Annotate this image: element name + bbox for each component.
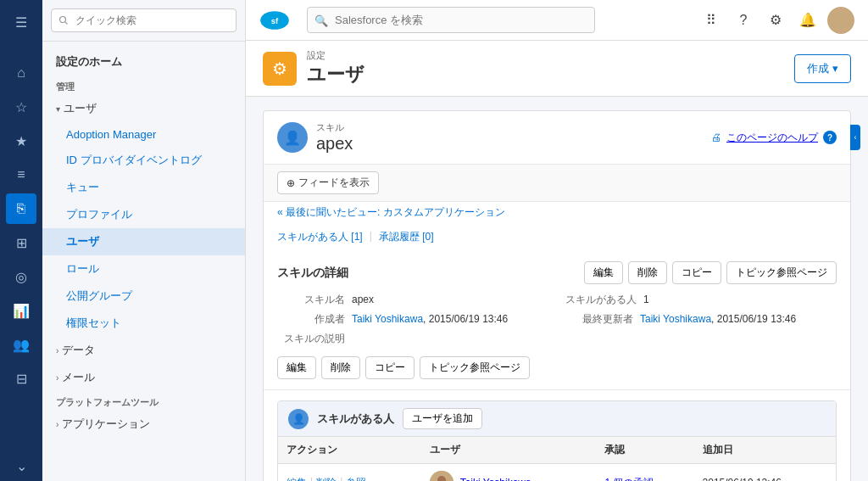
table-section-title: スキルがある人 [317, 411, 394, 427]
create-dropdown-icon: ▾ [832, 62, 838, 75]
user-group-arrow: ▾ [56, 104, 60, 114]
sidebar-item-profile[interactable]: プロファイル [42, 201, 245, 228]
skill-header: 👤 スキル apex 🖨 このページのヘルプ ? ‹ [264, 111, 850, 165]
detail-section-title: スキルの詳細 編集 削除 コピー トピック参照ページ [277, 261, 837, 284]
edit-button[interactable]: 編集 [584, 261, 623, 284]
skill-links-row: スキルがある人 [1] | 承認履歴 [0] [264, 227, 850, 251]
delete-action-link[interactable]: 削除 [316, 476, 337, 482]
approval-count-link[interactable]: 1 個の承認 [604, 477, 654, 482]
table-header-row: アクション ユーザ 承認 追加日 [278, 437, 836, 464]
apps-icon[interactable]: ⠿ [698, 8, 724, 33]
last-modified-link[interactable]: Taiki Yoshikawa [640, 313, 711, 325]
sidebar-group-mail[interactable]: › メール [42, 364, 245, 391]
skill-icon: 👤 [277, 122, 308, 153]
create-button[interactable]: 作成 ▾ [794, 54, 851, 83]
sidebar-item-role[interactable]: ロール [42, 255, 245, 282]
home-icon[interactable]: ⌂ [6, 58, 36, 88]
breadcrumb-row: « 最後に聞いたビュー: カスタムアプリケーション [264, 202, 850, 227]
favorites-icon[interactable]: ☆ [6, 92, 36, 122]
breadcrumb: 設定 [307, 49, 364, 62]
add-user-button[interactable]: ユーザを追加 [403, 408, 482, 429]
skill-card: 👤 スキル apex 🖨 このページのヘルプ ? ‹ ⊕ [263, 110, 851, 481]
sidebar-item-adoption-manager[interactable]: Adoption Manager [42, 122, 245, 147]
sidebar-group-app[interactable]: › アプリケーション [42, 411, 245, 438]
down-arrow-icon[interactable]: ⌄ [6, 450, 36, 481]
table-row: 編集 | 削除 | 参照 [278, 464, 836, 482]
last-viewed-link[interactable]: カスタムアプリケーション [383, 206, 505, 218]
copy-button-bottom[interactable]: コピー [365, 356, 415, 379]
sidebar-item-user[interactable]: ユーザ [42, 228, 245, 255]
avatar[interactable] [827, 7, 854, 34]
edit-action-link[interactable]: 編集 [287, 476, 307, 482]
global-search-input[interactable] [307, 7, 595, 33]
action-cell: 編集 | 削除 | 参照 [278, 464, 421, 482]
notifications-icon[interactable]: 🔔 [795, 8, 821, 33]
quick-search-input[interactable] [51, 8, 236, 32]
sidebar-section-platform: プラットフォームツール [42, 391, 245, 411]
approval-history-link[interactable]: 承認履歴 [0] [379, 230, 434, 244]
salesforce-logo: sf [259, 5, 290, 36]
created-by-link[interactable]: Taiki Yoshikawa [352, 313, 423, 325]
detail-actions: 編集 削除 コピー トピック参照ページ [584, 261, 837, 284]
topic-button-bottom[interactable]: トピック参照ページ [420, 356, 530, 379]
list-icon[interactable]: ≡ [6, 159, 36, 190]
created-by-row: 作成者 Taiki Yoshikawa, 2015/06/19 13:46 [277, 312, 548, 327]
sidebar-item-public-group[interactable]: 公開グループ [42, 282, 245, 310]
print-icon[interactable]: 🖨 [711, 131, 721, 143]
star-icon[interactable]: ★ [6, 126, 36, 156]
sidebar: 設定のホーム 管理 ▾ ユーザ Adoption Manager ID プロバイ… [42, 0, 246, 481]
edit-button-bottom[interactable]: 編集 [277, 356, 316, 379]
sidebar-section-manage: 管理 [42, 76, 245, 95]
table-section-icon: 👤 [288, 409, 309, 429]
description-label: スキルの説明 [277, 332, 345, 346]
page-header: ⚙ 設定 ユーザ 作成 ▾ [246, 41, 868, 97]
sidebar-item-home[interactable]: 設定のホーム [42, 48, 245, 76]
chart-icon[interactable]: 📊 [6, 295, 36, 326]
skill-count-link[interactable]: スキルがある人 [1] [277, 230, 363, 244]
copy-icon[interactable]: ⎘ [6, 193, 36, 224]
last-modified-value: Taiki Yoshikawa, 2015/06/19 13:46 [640, 313, 796, 325]
created-by-value: Taiki Yoshikawa, 2015/06/19 13:46 [352, 313, 508, 325]
delete-button[interactable]: 削除 [628, 261, 667, 284]
last-modified-label: 最終更新者 [565, 312, 633, 327]
icon-bar: ☰ ⌂ ☆ ★ ≡ ⎘ ⊞ ◎ 📊 👥 ⊟ ⌄ [0, 0, 42, 481]
action-sep-2: | [340, 476, 342, 482]
search-icon: 🔍 [314, 14, 328, 26]
detail-section: スキルの詳細 編集 削除 コピー トピック参照ページ スキル名 apex [264, 251, 850, 390]
page-icon: ⚙ [263, 52, 297, 86]
sidebar-item-queue[interactable]: キュー [42, 174, 245, 201]
sidebar-group-user[interactable]: ▾ ユーザ [42, 95, 245, 122]
delete-button-bottom[interactable]: 削除 [321, 356, 360, 379]
user-cell: Taiki Yoshikawa [421, 464, 597, 482]
feed-icon: ⊕ [287, 177, 295, 189]
topic-button[interactable]: トピック参照ページ [726, 261, 837, 284]
user-avatar [430, 471, 453, 481]
grid-icon[interactable]: ⊞ [6, 227, 36, 258]
pin-icon[interactable]: ◎ [6, 261, 36, 292]
view-action-link[interactable]: 参照 [346, 476, 366, 482]
table-icon[interactable]: ⊟ [6, 363, 36, 394]
hamburger-icon[interactable]: ☰ [6, 7, 36, 37]
copy-button[interactable]: コピー [672, 261, 721, 284]
created-by-label: 作成者 [277, 312, 345, 327]
sidebar-item-permission-set[interactable]: 権限セット [42, 310, 245, 337]
skill-name-value: apex [352, 294, 374, 305]
data-group-arrow: › [56, 346, 58, 355]
skill-table: アクション ユーザ 承認 追加日 編集 [278, 437, 836, 481]
skill-subtitle: スキル [316, 121, 703, 134]
help-icon[interactable]: ? [731, 8, 756, 33]
action-sep-1: | [310, 476, 313, 482]
feed-button[interactable]: ⊕ フィードを表示 [277, 171, 379, 194]
col-approval: 承認 [596, 437, 693, 464]
skill-name-row: スキル名 apex [277, 293, 548, 307]
collapse-tab[interactable]: ‹ [850, 125, 860, 150]
col-action: アクション [278, 437, 421, 464]
user-name-link[interactable]: Taiki Yoshikawa [460, 477, 531, 481]
sidebar-group-data[interactable]: › データ [42, 337, 245, 364]
people-icon[interactable]: 👥 [6, 329, 36, 360]
description-row: スキルの説明 [277, 332, 548, 346]
settings-icon[interactable]: ⚙ [763, 8, 788, 33]
help-page-link[interactable]: このページのヘルプ [726, 131, 818, 145]
sidebar-item-id-log[interactable]: ID プロバイダイベントログ [42, 147, 245, 174]
sidebar-search-area [42, 0, 245, 42]
